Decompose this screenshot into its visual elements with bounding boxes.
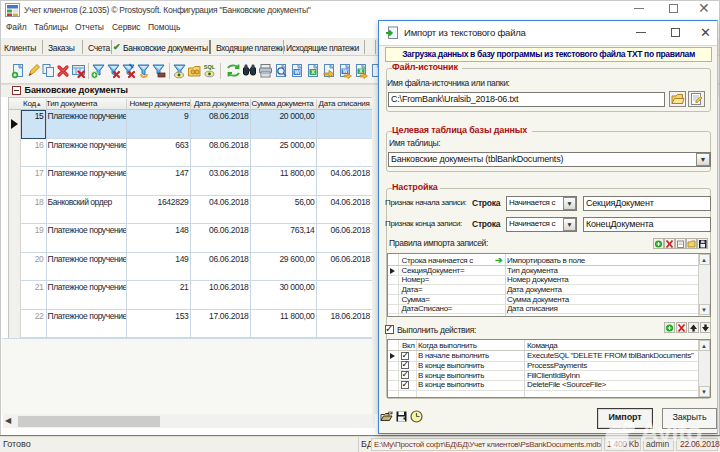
- svg-text:X: X: [311, 69, 315, 75]
- svg-text:W: W: [343, 68, 348, 74]
- svg-text:Avito: Avito: [640, 417, 702, 447]
- svg-text:SQL: SQL: [204, 64, 216, 70]
- svg-text:W: W: [294, 69, 300, 75]
